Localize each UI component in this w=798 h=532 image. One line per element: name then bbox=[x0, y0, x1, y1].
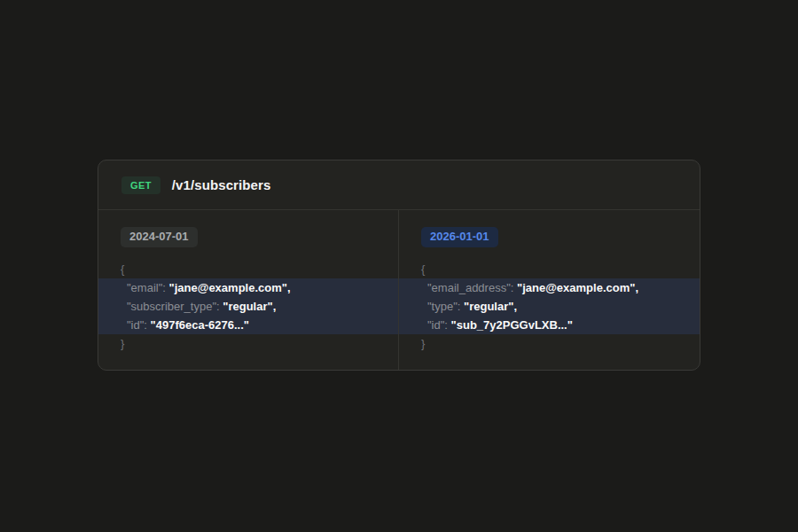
version-badge-old: 2024-07-01 bbox=[121, 227, 198, 247]
panel-old-version: 2024-07-01 { "email": "jane@example.com"… bbox=[98, 210, 399, 370]
code-line-highlighted: "type": "regular", bbox=[399, 297, 700, 316]
http-method-badge: GET bbox=[121, 176, 160, 194]
version-panels: 2024-07-01 { "email": "jane@example.com"… bbox=[98, 210, 700, 370]
json-key: "type": bbox=[427, 300, 464, 313]
panel-new-version: 2026-01-01 { "email_address": "jane@exam… bbox=[399, 210, 700, 370]
endpoint-header: GET /v1/subscribers bbox=[98, 160, 700, 210]
json-key: "subscriber_type": bbox=[127, 300, 223, 313]
json-key: "email": bbox=[127, 281, 169, 294]
code-line-highlighted: "subscriber_type": "regular", bbox=[98, 297, 398, 316]
code-line: { bbox=[399, 260, 700, 278]
close-brace: } bbox=[121, 337, 124, 350]
json-key: "id": bbox=[127, 318, 151, 332]
code-line: { bbox=[98, 260, 398, 278]
json-value: "sub_7y2PGGvLXB..." bbox=[451, 318, 573, 332]
json-key: "email_address": bbox=[427, 281, 517, 294]
code-line-highlighted: "email_address": "jane@example.com", bbox=[399, 278, 700, 297]
page-background: GET /v1/subscribers 2024-07-01 { "email"… bbox=[0, 0, 798, 532]
json-value: "jane@example.com", bbox=[169, 281, 291, 294]
open-brace: { bbox=[121, 262, 124, 276]
code-line: } bbox=[98, 334, 398, 353]
json-key: "id": bbox=[427, 318, 451, 332]
code-line-highlighted: "id": "497f6eca-6276..." bbox=[98, 316, 398, 334]
api-version-comparison-card: GET /v1/subscribers 2024-07-01 { "email"… bbox=[98, 160, 700, 371]
endpoint-path: /v1/subscribers bbox=[172, 177, 271, 192]
json-value: "497f6eca-6276..." bbox=[151, 318, 249, 332]
json-response-old: { "email": "jane@example.com", "subscrib… bbox=[98, 260, 398, 353]
code-line: } bbox=[399, 334, 700, 353]
json-response-new: { "email_address": "jane@example.com", "… bbox=[399, 260, 700, 353]
json-value: "regular", bbox=[464, 300, 517, 313]
json-value: "jane@example.com", bbox=[517, 281, 638, 294]
version-badge-new: 2026-01-01 bbox=[421, 227, 498, 247]
close-brace: } bbox=[421, 337, 425, 350]
code-line-highlighted: "id": "sub_7y2PGGvLXB..." bbox=[399, 316, 700, 334]
open-brace: { bbox=[421, 262, 425, 276]
code-line-highlighted: "email": "jane@example.com", bbox=[98, 278, 398, 297]
json-value: "regular", bbox=[223, 300, 276, 313]
